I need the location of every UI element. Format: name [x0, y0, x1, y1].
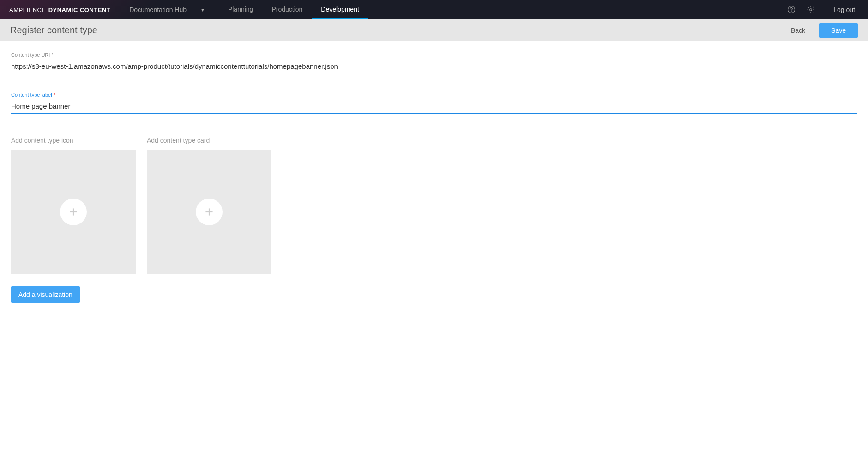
brand-name-thin: AMPLIENCE [9, 6, 46, 13]
tab-production[interactable]: Production [262, 0, 312, 19]
form-area: Content type URI * Content type label * … [0, 41, 868, 314]
nav-tab-label: Production [271, 6, 302, 13]
hub-dropdown-label: Documentation Hub [129, 6, 187, 13]
label-field-label: Content type label * [11, 92, 857, 97]
top-right-actions: Log out [782, 0, 868, 19]
tab-development[interactable]: Development [312, 0, 368, 19]
content-type-label-field: Content type label * [11, 92, 857, 114]
sub-header: Register content type Back Save [0, 19, 868, 41]
plus-icon [60, 199, 87, 225]
content-type-uri-input[interactable] [11, 60, 857, 73]
page-title: Register content type [10, 25, 97, 36]
save-button[interactable]: Save [819, 23, 858, 38]
add-visualization-button[interactable]: Add a visualization [11, 286, 80, 303]
nav-tabs: Planning Production Development [219, 0, 368, 19]
plus-icon [196, 199, 223, 225]
nav-tab-label: Planning [228, 6, 253, 13]
chevron-down-icon: ▼ [200, 7, 205, 12]
logout-link[interactable]: Log out [820, 6, 868, 13]
brand-name-bold: DYNAMIC CONTENT [48, 6, 111, 13]
svg-point-0 [788, 6, 795, 13]
hub-dropdown[interactable]: Documentation Hub ▼ [120, 0, 214, 19]
top-nav-bar: AMPLIENCE DYNAMIC CONTENT Documentation … [0, 0, 868, 19]
icon-upload-label: Add content type icon [11, 137, 136, 144]
back-button[interactable]: Back [791, 27, 805, 34]
content-type-label-input[interactable] [11, 99, 857, 114]
tab-planning[interactable]: Planning [219, 0, 263, 19]
svg-point-2 [810, 9, 812, 11]
add-card-box[interactable] [147, 150, 271, 274]
upload-row: Add content type icon Add content type c… [11, 137, 857, 274]
nav-tab-label: Development [321, 6, 359, 13]
uri-label: Content type URI * [11, 52, 857, 58]
sub-header-actions: Back Save [791, 23, 858, 38]
content-type-uri-field: Content type URI * [11, 52, 857, 73]
add-icon-box[interactable] [11, 150, 136, 274]
card-upload-label: Add content type card [147, 137, 271, 144]
card-upload-block: Add content type card [147, 137, 271, 274]
icon-upload-block: Add content type icon [11, 137, 136, 274]
brand-logo: AMPLIENCE DYNAMIC CONTENT [0, 0, 120, 19]
svg-point-1 [791, 12, 792, 12]
help-icon[interactable] [782, 0, 801, 19]
gear-icon[interactable] [801, 0, 820, 19]
